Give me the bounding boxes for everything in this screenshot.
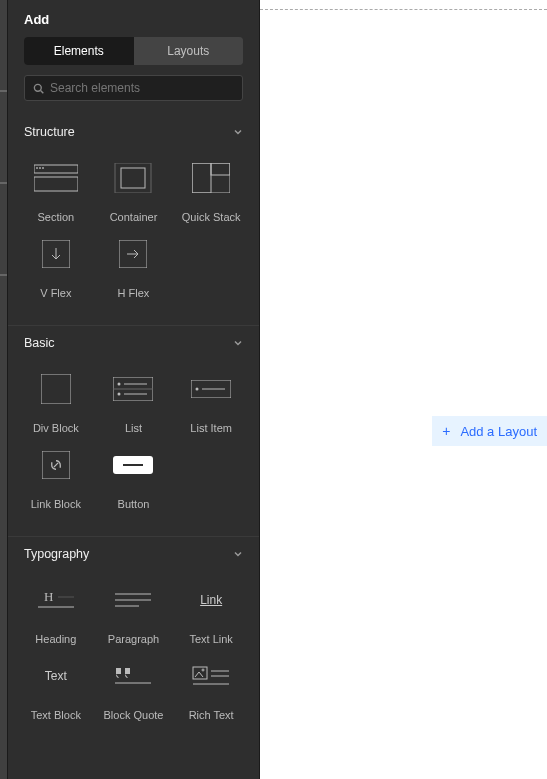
section-icon bbox=[34, 161, 78, 195]
heading-icon: H bbox=[34, 583, 78, 617]
svg-line-1 bbox=[41, 90, 44, 93]
svg-rect-10 bbox=[192, 163, 211, 193]
element-block-quote[interactable]: Block Quote bbox=[96, 659, 172, 729]
element-label: Rich Text bbox=[189, 709, 234, 721]
element-label: H Flex bbox=[118, 287, 150, 299]
element-label: Heading bbox=[35, 633, 76, 645]
element-label: Text Link bbox=[189, 633, 232, 645]
element-heading[interactable]: H Heading bbox=[18, 583, 94, 653]
chevron-down-icon bbox=[233, 549, 243, 559]
section-header-basic[interactable]: Basic bbox=[8, 325, 259, 360]
svg-rect-16 bbox=[41, 374, 71, 404]
canvas-area[interactable]: + Add a Layout bbox=[260, 0, 547, 779]
left-edge-mark bbox=[0, 182, 7, 184]
left-edge-mark bbox=[0, 90, 7, 92]
v-flex-icon bbox=[34, 237, 78, 271]
section-title-structure: Structure bbox=[24, 125, 75, 139]
chevron-down-icon bbox=[233, 127, 243, 137]
svg-rect-2 bbox=[34, 165, 78, 173]
section-header-structure[interactable]: Structure bbox=[8, 115, 259, 149]
svg-point-0 bbox=[34, 84, 41, 91]
svg-rect-11 bbox=[211, 163, 230, 175]
section-title-typography: Typography bbox=[24, 547, 89, 561]
svg-rect-8 bbox=[121, 168, 145, 188]
svg-point-6 bbox=[42, 168, 43, 169]
structure-grid: Section Container Quick Stack bbox=[8, 149, 259, 325]
element-list[interactable]: List bbox=[96, 372, 172, 442]
svg-point-37 bbox=[202, 669, 204, 671]
svg-point-24 bbox=[196, 388, 199, 391]
list-icon bbox=[111, 372, 155, 406]
search-input[interactable] bbox=[50, 81, 234, 95]
left-toolbar-edge bbox=[0, 0, 8, 779]
typography-grid: H Heading Paragraph Link Text Link bbox=[8, 571, 259, 747]
section-header-typography[interactable]: Typography bbox=[8, 536, 259, 571]
element-v-flex[interactable]: V Flex bbox=[18, 237, 94, 307]
list-item-icon bbox=[189, 372, 233, 406]
element-container[interactable]: Container bbox=[96, 161, 172, 231]
element-label: Quick Stack bbox=[182, 211, 241, 223]
element-label: V Flex bbox=[40, 287, 71, 299]
button-icon bbox=[111, 448, 155, 482]
text-link-icon: Link bbox=[189, 583, 233, 617]
element-button[interactable]: Button bbox=[96, 448, 172, 518]
panel-tabs: Elements Layouts bbox=[24, 37, 243, 65]
svg-point-20 bbox=[118, 393, 121, 396]
element-label: Button bbox=[118, 498, 150, 510]
svg-rect-3 bbox=[34, 177, 78, 191]
element-list-item[interactable]: List Item bbox=[173, 372, 249, 442]
svg-point-18 bbox=[118, 383, 121, 386]
text-label: Text bbox=[45, 669, 67, 683]
element-label: List Item bbox=[190, 422, 232, 434]
paragraph-icon bbox=[111, 583, 155, 617]
element-paragraph[interactable]: Paragraph bbox=[96, 583, 172, 653]
element-section[interactable]: Section bbox=[18, 161, 94, 231]
element-link-block[interactable]: Link Block bbox=[18, 448, 94, 518]
element-label: Paragraph bbox=[108, 633, 159, 645]
search-container[interactable] bbox=[24, 75, 243, 101]
element-label: Link Block bbox=[31, 498, 81, 510]
element-div-block[interactable]: Div Block bbox=[18, 372, 94, 442]
quick-stack-icon bbox=[189, 161, 233, 195]
text-block-icon: Text bbox=[34, 659, 78, 693]
element-label: Container bbox=[110, 211, 158, 223]
element-label: Div Block bbox=[33, 422, 79, 434]
add-layout-label: Add a Layout bbox=[460, 424, 537, 439]
element-text-block[interactable]: Text Text Block bbox=[18, 659, 94, 729]
h-flex-icon bbox=[111, 237, 155, 271]
svg-point-5 bbox=[39, 168, 40, 169]
block-quote-icon bbox=[111, 659, 155, 693]
div-block-icon bbox=[34, 372, 78, 406]
element-text-link[interactable]: Link Text Link bbox=[173, 583, 249, 653]
rich-text-icon bbox=[189, 659, 233, 693]
svg-text:H: H bbox=[44, 589, 53, 604]
canvas-guide-line bbox=[260, 9, 547, 10]
container-icon bbox=[111, 161, 155, 195]
search-icon bbox=[33, 83, 44, 94]
element-quick-stack[interactable]: Quick Stack bbox=[173, 161, 249, 231]
element-label: Block Quote bbox=[104, 709, 164, 721]
basic-grid: Div Block List bbox=[8, 360, 259, 536]
tab-elements[interactable]: Elements bbox=[24, 37, 134, 65]
svg-point-4 bbox=[36, 168, 37, 169]
section-title-basic: Basic bbox=[24, 336, 55, 350]
chevron-down-icon bbox=[233, 338, 243, 348]
tab-layouts[interactable]: Layouts bbox=[134, 37, 244, 65]
element-label: List bbox=[125, 422, 142, 434]
link-text: Link bbox=[200, 593, 222, 607]
panel-header: Add bbox=[8, 0, 259, 37]
element-rich-text[interactable]: Rich Text bbox=[173, 659, 249, 729]
add-layout-button[interactable]: + Add a Layout bbox=[432, 416, 547, 446]
element-label: Text Block bbox=[31, 709, 81, 721]
element-h-flex[interactable]: H Flex bbox=[96, 237, 172, 307]
element-label: Section bbox=[37, 211, 74, 223]
left-edge-mark bbox=[0, 274, 7, 276]
add-elements-panel: Add Elements Layouts Structure bbox=[8, 0, 260, 779]
panel-title: Add bbox=[24, 12, 243, 27]
link-block-icon bbox=[34, 448, 78, 482]
plus-icon: + bbox=[442, 423, 450, 439]
